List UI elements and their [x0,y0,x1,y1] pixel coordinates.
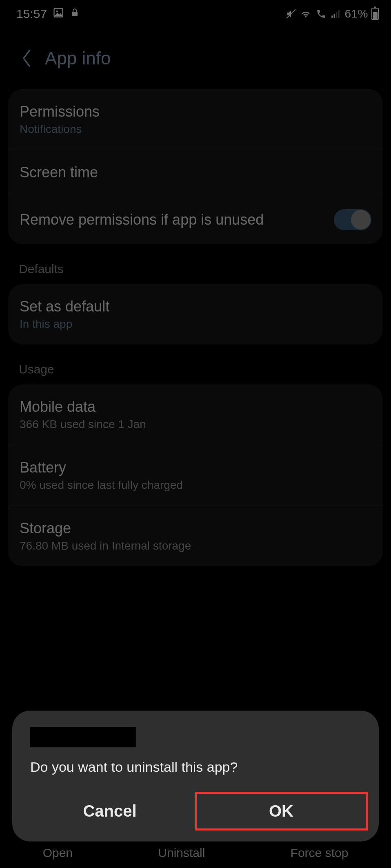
bottom-nav: Open Uninstall Force stop [0,846,391,860]
screen-time-label: Screen time [20,164,371,181]
battery-sub: 0% used since last fully charged [20,479,371,492]
signal-icon [331,9,341,19]
battery-label: Battery [20,459,371,476]
usage-section-header: Usage [0,349,391,380]
permissions-row[interactable]: Permissions Notifications [8,89,383,150]
set-as-default-row[interactable]: Set as default In this app [8,284,383,345]
remove-permissions-toggle[interactable] [334,209,371,230]
svg-rect-5 [334,14,335,18]
wifi-icon [300,9,312,19]
svg-rect-4 [332,15,333,18]
status-time: 15:57 [16,7,47,21]
svg-rect-2 [72,12,78,16]
svg-point-1 [56,10,58,12]
wifi-calling-icon [315,9,327,19]
storage-sub: 76.80 MB used in Internal storage [20,539,371,552]
remove-permissions-label: Remove permissions if app is unused [20,211,264,228]
storage-row[interactable]: Storage 76.80 MB used in Internal storag… [8,506,383,566]
mobile-data-label: Mobile data [20,398,371,415]
svg-rect-7 [338,10,340,18]
nav-uninstall-button[interactable]: Uninstall [158,846,205,860]
mobile-data-row[interactable]: Mobile data 366 KB used since 1 Jan [8,384,383,445]
usage-card: Mobile data 366 KB used since 1 Jan Batt… [8,384,383,566]
page-title: App info [45,48,111,68]
status-bar: 15:57 61% [0,0,391,28]
battery-icon [371,8,379,20]
image-icon [53,7,64,21]
ok-button[interactable]: OK [196,793,367,829]
lock-icon [70,7,80,21]
mobile-data-sub: 366 KB used since 1 Jan [20,418,371,431]
remove-permissions-row[interactable]: Remove permissions if app is unused [8,195,383,244]
svg-rect-6 [336,12,337,18]
battery-row[interactable]: Battery 0% used since last fully charged [8,445,383,506]
nav-open-button[interactable]: Open [43,846,73,860]
mute-icon [286,9,296,19]
page-header: App info [0,28,391,85]
app-settings-card: Permissions Notifications Screen time Re… [8,89,383,244]
defaults-card: Set as default In this app [8,284,383,345]
permissions-label: Permissions [20,103,371,120]
uninstall-dialog: Do you want to uninstall this app? Cance… [12,711,379,841]
set-as-default-sub: In this app [20,318,371,331]
permissions-sub: Notifications [20,123,371,136]
screen-time-row[interactable]: Screen time [8,150,383,195]
dialog-app-name-redacted [30,727,136,747]
battery-percentage: 61% [344,7,368,20]
back-icon[interactable] [20,49,33,68]
storage-label: Storage [20,520,371,537]
set-as-default-label: Set as default [20,298,371,315]
dialog-message: Do you want to uninstall this app? [30,758,361,776]
cancel-button[interactable]: Cancel [24,793,195,829]
defaults-section-header: Defaults [0,248,391,280]
nav-force-stop-button[interactable]: Force stop [291,846,349,860]
